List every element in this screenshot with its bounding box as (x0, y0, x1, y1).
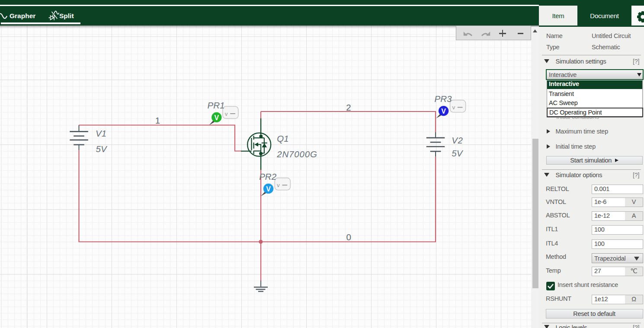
svg-text:PR1: PR1 (208, 100, 225, 110)
svg-text:5V: 5V (452, 148, 463, 158)
svg-text:v: v (452, 104, 455, 111)
svg-text:PR2: PR2 (259, 172, 276, 182)
svg-text:V: V (266, 185, 271, 193)
svg-text:v: v (225, 111, 228, 117)
svg-text:V2: V2 (452, 135, 463, 145)
svg-text:PR3: PR3 (435, 94, 452, 104)
svg-text:V: V (214, 114, 219, 121)
svg-text:5V: 5V (96, 144, 108, 154)
svg-text:2: 2 (346, 102, 351, 112)
svg-text:V1: V1 (96, 128, 106, 138)
svg-text:v: v (277, 182, 280, 188)
svg-text:1: 1 (155, 115, 160, 125)
svg-text:Q1: Q1 (277, 134, 288, 143)
svg-text:0: 0 (346, 232, 351, 242)
svg-text:V: V (441, 108, 446, 115)
svg-text:2N7000G: 2N7000G (276, 149, 317, 159)
